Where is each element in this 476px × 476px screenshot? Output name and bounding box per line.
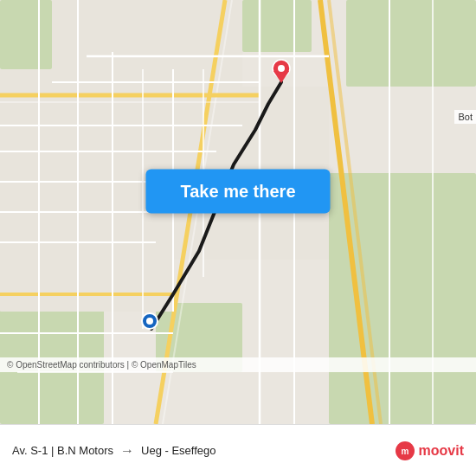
route-from: Av. S-1 | B.N Motors — [12, 444, 113, 457]
bot-label: Bot — [454, 110, 476, 124]
route-to: Ueg - Eseffego — [141, 444, 215, 457]
svg-rect-4 — [242, 0, 312, 52]
take-me-there-button[interactable]: Take me there — [145, 169, 330, 213]
route-arrow: → — [120, 443, 134, 459]
svg-point-40 — [146, 318, 153, 325]
moovit-icon: m — [395, 441, 415, 461]
svg-point-38 — [278, 65, 285, 72]
svg-rect-5 — [346, 0, 476, 87]
svg-rect-6 — [0, 0, 52, 69]
svg-text:m: m — [401, 447, 408, 456]
map-container: Take me there Bot © OpenStreetMap contri… — [0, 0, 476, 424]
moovit-text: moovit — [419, 443, 464, 459]
moovit-logo: m moovit — [395, 441, 464, 461]
svg-rect-3 — [329, 173, 476, 424]
bottom-bar: Av. S-1 | B.N Motors → Ueg - Eseffego m … — [0, 424, 476, 476]
attribution-text: © OpenStreetMap contributors | © OpenMap… — [7, 360, 196, 370]
attribution-bar: © OpenStreetMap contributors | © OpenMap… — [0, 357, 476, 372]
